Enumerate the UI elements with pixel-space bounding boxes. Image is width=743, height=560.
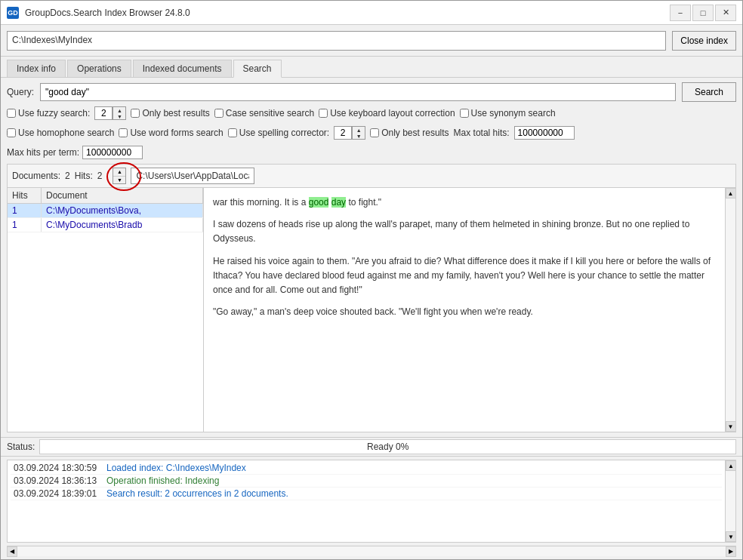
- bottom-scroll-track: [17, 546, 726, 556]
- log-body: 03.09.2024 18:30:59 Loaded index: C:\Ind…: [8, 460, 725, 542]
- hits-cell: 1: [8, 204, 42, 217]
- preview-scroll-down[interactable]: ▼: [726, 421, 736, 432]
- tab-operations[interactable]: Operations: [67, 60, 131, 77]
- hits-count: 2: [97, 171, 103, 181]
- nav-spinner-down[interactable]: ▼: [113, 177, 125, 184]
- toolbar: C:\Indexes\MyIndex Close index: [1, 25, 742, 57]
- word-forms-checkbox[interactable]: [119, 128, 128, 137]
- search-button[interactable]: Search: [682, 82, 736, 102]
- query-row: Query: Search: [7, 82, 736, 102]
- list-item: 03.09.2024 18:39:01 Search result: 2 occ…: [11, 488, 722, 500]
- preview-text-before-1: war this morning. It is a: [213, 197, 309, 208]
- spelling-corrector-label: Use spelling corrector:: [239, 128, 329, 138]
- preview-paragraph-4: "Go away," a man's deep voice shouted ba…: [213, 305, 716, 319]
- doc-name-cell: C:\MyDocuments\Bova,: [42, 204, 203, 217]
- log-section: 03.09.2024 18:30:59 Loaded index: C:\Ind…: [7, 460, 736, 543]
- table-row[interactable]: 1 C:\MyDocuments\Bradb: [8, 218, 203, 232]
- max-total-hits-input[interactable]: [514, 126, 575, 140]
- fuzzy-spinner-value: 2: [94, 106, 113, 120]
- list-item: 03.09.2024 18:30:59 Loaded index: C:\Ind…: [11, 462, 722, 475]
- synonym-search-checkbox[interactable]: [460, 109, 469, 118]
- synonym-search-label: Use synonym search: [471, 108, 556, 118]
- max-hits-per-term-input[interactable]: [82, 146, 143, 159]
- spelling-spinner-down[interactable]: ▼: [353, 133, 365, 139]
- maximize-button[interactable]: □: [692, 5, 714, 21]
- preview-text-after-1: to fight.": [346, 197, 381, 208]
- title-bar: GD GroupDocs.Search Index Browser 24.8.0…: [1, 1, 742, 25]
- main-content: Query: Search Use fuzzy search: 2 ▲ ▼ On…: [1, 78, 742, 437]
- keyboard-layout-checkbox[interactable]: [319, 109, 328, 118]
- keyboard-layout-group: Use keyboard layout correction: [319, 108, 455, 118]
- log-scroll-up[interactable]: ▲: [726, 460, 736, 471]
- close-button[interactable]: ✕: [715, 5, 736, 21]
- preview-paragraph-1: war this morning. It is a good day to fi…: [213, 195, 716, 210]
- only-best-results-checkbox[interactable]: [131, 109, 140, 118]
- spelling-spinner: ▲ ▼: [352, 126, 365, 140]
- options-row-2: Use homophone search Use word forms sear…: [7, 125, 736, 141]
- tab-index-info[interactable]: Index info: [7, 60, 66, 77]
- preview-scrollbar: ▲ ▼: [725, 188, 735, 432]
- hits-label: Hits:: [75, 171, 93, 181]
- keyboard-layout-label: Use keyboard layout correction: [330, 108, 455, 118]
- only-best-results2-checkbox[interactable]: [370, 128, 379, 137]
- log-time-1: 03.09.2024 18:30:59: [14, 463, 100, 473]
- case-sensitive-checkbox[interactable]: [214, 109, 224, 118]
- app-icon: GD: [7, 7, 19, 19]
- window-title: GroupDocs.Search Index Browser 24.8.0: [25, 8, 190, 18]
- fuzzy-search-checkbox[interactable]: [7, 109, 16, 118]
- table-row[interactable]: 1 C:\MyDocuments\Bova,: [8, 204, 203, 218]
- main-window: GD GroupDocs.Search Index Browser 24.8.0…: [0, 0, 743, 560]
- preview-pane: war this morning. It is a good day to fi…: [204, 188, 725, 432]
- fuzzy-spinner-down[interactable]: ▼: [113, 113, 125, 119]
- homophone-checkbox[interactable]: [7, 128, 16, 137]
- query-input[interactable]: [40, 83, 676, 101]
- url-input[interactable]: [131, 168, 254, 184]
- document-list: Hits Document 1 C:\MyDocuments\Bova, 1 C…: [8, 188, 204, 432]
- close-index-button[interactable]: Close index: [672, 31, 736, 51]
- case-sensitive-label: Case sensitive search: [226, 108, 314, 118]
- hits-cell: 1: [8, 218, 42, 232]
- word-forms-label: Use word forms search: [130, 128, 223, 138]
- hits-column-header: Hits: [8, 188, 42, 203]
- only-best-results-group: Only best results: [131, 108, 209, 118]
- query-label: Query:: [7, 87, 34, 97]
- spelling-spinner-up[interactable]: ▲: [353, 127, 365, 133]
- minimize-button[interactable]: −: [670, 5, 691, 21]
- bottom-scroll-left[interactable]: ◀: [7, 546, 17, 557]
- preview-scroll-up[interactable]: ▲: [726, 188, 736, 198]
- max-total-hits-label: Max total hits:: [454, 128, 510, 138]
- fuzzy-spinner-up[interactable]: ▲: [113, 107, 125, 113]
- log-msg-2: Operation finished: Indexing: [106, 475, 219, 486]
- bottom-scroll-right[interactable]: ▶: [726, 546, 736, 557]
- fuzzy-spinner-container: 2 ▲ ▼: [94, 106, 126, 120]
- preview-scroll-track: [726, 198, 735, 421]
- word-forms-group: Use word forms search: [119, 128, 223, 138]
- spelling-corrector-checkbox[interactable]: [228, 128, 237, 137]
- log-scroll-track: [726, 471, 735, 531]
- spelling-spinner-value: 2: [334, 126, 352, 140]
- options-row-1: Use fuzzy search: 2 ▲ ▼ Only best result…: [7, 105, 736, 122]
- window-controls: − □ ✕: [670, 5, 736, 21]
- log-time-3: 03.09.2024 18:39:01: [14, 488, 100, 499]
- results-section: Documents: 2 Hits: 2 ▲ ▼: [7, 164, 736, 432]
- results-body: Hits Document 1 C:\MyDocuments\Bova, 1 C…: [8, 188, 735, 432]
- log-scroll-down[interactable]: ▼: [726, 531, 736, 542]
- only-best-results2-label: Only best results: [381, 128, 449, 138]
- tab-indexed-documents[interactable]: Indexed documents: [133, 60, 232, 77]
- document-column-header: Document: [42, 188, 203, 203]
- list-item: 03.09.2024 18:36:13 Operation finished: …: [11, 475, 722, 488]
- doc-name-cell: C:\MyDocuments\Bradb: [42, 218, 203, 232]
- fuzzy-spinner: ▲ ▼: [113, 106, 126, 120]
- doc-list-header: Hits Document: [8, 188, 203, 204]
- preview-paragraph-3: He raised his voice again to them. "Are …: [213, 254, 716, 298]
- log-time-2: 03.09.2024 18:36:13: [14, 475, 100, 486]
- fuzzy-search-group: Use fuzzy search:: [7, 108, 90, 118]
- bottom-scrollbar: ◀ ▶: [7, 546, 736, 556]
- homophone-group: Use homophone search: [7, 128, 114, 138]
- status-bar: Status: Ready 0%: [1, 437, 742, 457]
- only-best-results2-group: Only best results: [370, 128, 449, 138]
- log-msg-1: Loaded index: C:\Indexes\MyIndex: [106, 463, 246, 473]
- tab-search[interactable]: Search: [233, 60, 282, 78]
- nav-spinner-up[interactable]: ▲: [113, 168, 125, 176]
- tab-bar: Index info Operations Indexed documents …: [1, 57, 742, 78]
